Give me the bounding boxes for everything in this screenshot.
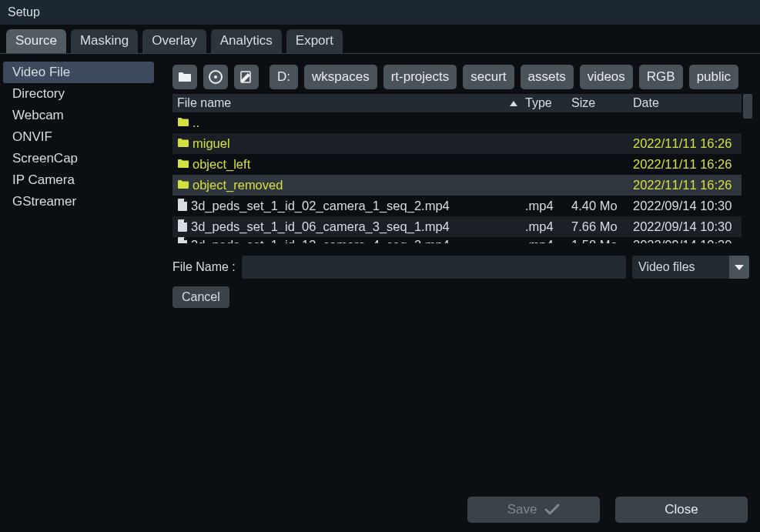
column-headers[interactable]: File name Type Size Date	[172, 94, 742, 112]
folder-icon	[177, 178, 189, 192]
file-icon	[177, 199, 188, 214]
sidebar-item-onvif[interactable]: ONVIF	[3, 126, 154, 148]
tab-overlay[interactable]: Overlay	[142, 29, 206, 53]
edit-icon-button[interactable]	[234, 65, 259, 89]
file-rows: ..miguel2022/11/11 16:26object_left2022/…	[172, 112, 742, 243]
row-date: 2022/09/14 10:30	[633, 199, 737, 213]
row-date: 2022/09/14 10:30	[633, 238, 737, 244]
folder-icon-button[interactable]	[172, 65, 197, 89]
disc-icon	[209, 70, 223, 84]
row-name: object_left	[193, 157, 250, 172]
edit-icon	[239, 70, 253, 84]
folder-icon	[178, 72, 192, 82]
row-name: object_removed	[193, 178, 283, 192]
column-header-type[interactable]: Type	[525, 96, 571, 110]
breadcrumb-trail: D:wkspacesrt-projectssecurtassetsvideosR…	[270, 65, 738, 89]
filename-input[interactable]	[242, 256, 626, 279]
row-name: miguel	[193, 136, 230, 151]
source-sidebar: Video FileDirectoryWebcamONVIFScreenCapI…	[3, 57, 154, 490]
row-size: 7.66 Mo	[571, 219, 633, 234]
row-type: .mp4	[525, 199, 571, 213]
filename-label: File Name :	[172, 260, 236, 274]
tab-source[interactable]: Source	[6, 29, 66, 53]
row-date: 2022/11/11 16:26	[633, 157, 737, 172]
row-name: 3d_peds_set_1_id_06_camera_3_seq_1.mp4	[191, 219, 450, 234]
sort-ascending-icon	[510, 101, 517, 106]
file-row[interactable]: 3d_peds_set_1_id_06_camera_3_seq_1.mp4.m…	[172, 216, 742, 237]
breadcrumb-segment[interactable]: public	[689, 65, 738, 89]
disc-icon-button[interactable]	[203, 65, 228, 89]
breadcrumb-segment[interactable]: rt-projects	[383, 65, 457, 89]
file-row[interactable]: 3d_peds_set_1_id_02_camera_1_seq_2.mp4.m…	[172, 196, 742, 216]
sidebar-item-webcam[interactable]: Webcam	[3, 105, 154, 126]
window-titlebar: Setup	[0, 0, 760, 25]
sidebar-item-screencap[interactable]: ScreenCap	[3, 148, 154, 169]
main-area: Video FileDirectoryWebcamONVIFScreenCapI…	[0, 54, 760, 490]
dialog-footer: Save Close	[467, 497, 748, 523]
filetype-select[interactable]: Video files	[632, 256, 749, 279]
tabs-bar: SourceMaskingOverlayAnalyticsExport	[0, 25, 760, 54]
close-button-label: Close	[665, 502, 698, 517]
breadcrumb-segment[interactable]: wkspaces	[304, 65, 377, 89]
folder-row[interactable]: miguel2022/11/11 16:26	[172, 133, 742, 154]
tab-masking[interactable]: Masking	[71, 29, 138, 53]
row-name: 3d_peds_set_1_id_13_camera_4_seq_2.mp4	[191, 238, 450, 244]
breadcrumb-segment[interactable]: securt	[463, 65, 514, 89]
scrollbar-thumb[interactable]	[743, 94, 752, 119]
file-icon	[177, 237, 188, 243]
checkmark-icon	[544, 504, 560, 515]
breadcrumb-segment[interactable]: D:	[270, 65, 298, 89]
folder-icon	[177, 115, 189, 130]
row-size: 1.58 Mo	[571, 238, 633, 244]
folder-icon	[177, 136, 189, 151]
folder-row[interactable]: object_left2022/11/11 16:26	[172, 154, 742, 175]
svg-point-1	[214, 75, 217, 79]
file-icon	[177, 219, 188, 235]
sidebar-item-directory[interactable]: Directory	[3, 83, 154, 105]
breadcrumb-segment[interactable]: assets	[521, 65, 574, 89]
row-name: ..	[193, 115, 199, 130]
sidebar-item-ip-camera[interactable]: IP Camera	[3, 169, 154, 191]
cancel-button[interactable]: Cancel	[172, 286, 229, 308]
file-list-scrollbar[interactable]	[743, 94, 752, 249]
row-date: 2022/11/11 16:26	[633, 136, 737, 151]
row-name: 3d_peds_set_1_id_02_camera_1_seq_2.mp4	[191, 199, 450, 213]
column-header-size[interactable]: Size	[571, 96, 633, 110]
sidebar-item-gstreamer[interactable]: GStreamer	[3, 191, 154, 212]
folder-icon	[177, 157, 189, 172]
file-list: File name Type Size Date ..miguel2022/11…	[172, 94, 742, 249]
save-button-label: Save	[507, 502, 537, 517]
row-type: .mp4	[525, 219, 571, 234]
file-list-wrap: File name Type Size Date ..miguel2022/11…	[172, 94, 752, 249]
filename-row: File Name : Video files	[172, 256, 752, 279]
window-title: Setup	[8, 5, 40, 19]
column-header-name[interactable]: File name	[177, 96, 510, 110]
row-date: 2022/11/11 16:26	[633, 178, 737, 192]
row-size: 4.40 Mo	[571, 199, 633, 213]
file-row[interactable]: 3d_peds_set_1_id_13_camera_4_seq_2.mp4.m…	[172, 237, 742, 243]
breadcrumb-segment[interactable]: RGB	[639, 65, 683, 89]
save-button[interactable]: Save	[467, 497, 600, 523]
chevron-down-icon	[729, 256, 749, 279]
file-browser: D:wkspacesrt-projectssecurtassetsvideosR…	[154, 57, 752, 490]
close-button[interactable]: Close	[615, 497, 748, 523]
folder-row[interactable]: object_removed2022/11/11 16:26	[172, 175, 742, 196]
tab-export[interactable]: Export	[286, 29, 343, 53]
row-date: 2022/09/14 10:30	[633, 219, 737, 234]
sidebar-item-video-file[interactable]: Video File	[3, 62, 154, 83]
breadcrumb-segment[interactable]: videos	[580, 65, 633, 89]
filetype-label: Video files	[638, 260, 695, 274]
row-type: .mp4	[525, 238, 571, 244]
file-toolbar: D:wkspacesrt-projectssecurtassetsvideosR…	[172, 65, 752, 89]
tab-analytics[interactable]: Analytics	[211, 29, 282, 53]
parent-directory-row[interactable]: ..	[172, 112, 742, 133]
column-header-date[interactable]: Date	[633, 96, 737, 110]
